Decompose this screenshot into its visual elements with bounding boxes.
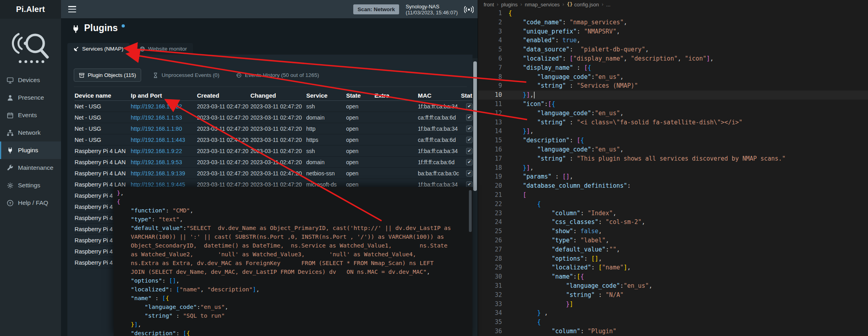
code-editor: front›plugins›nmap_services›{}config.jso… xyxy=(478,0,868,336)
ip-port-link[interactable]: http://192.168.1.1:53 xyxy=(131,114,182,121)
line-number: 36 xyxy=(478,327,502,336)
editor-code-area[interactable]: 1{2 "code_name": "nmap_services",3 "uniq… xyxy=(478,9,868,336)
code-line: 36 "column": "Plugin" xyxy=(478,327,868,336)
code-line: 12 "language_code":"en_us", xyxy=(478,109,868,118)
column-header[interactable]: Ip and Port xyxy=(131,92,197,99)
status-checkbox[interactable]: ✔ xyxy=(466,170,472,177)
line-number: 4 xyxy=(478,36,502,45)
code-line: VARCHAR(100)) || ':' || cast( SUBSTR(ns.… xyxy=(117,232,468,241)
code-line: "default_value":"SELECT dv.dev_Name as O… xyxy=(117,224,468,232)
sidebar-item-presence[interactable]: Presence xyxy=(0,89,61,106)
host-name: Synology-NAS xyxy=(405,4,458,10)
service-cell: http xyxy=(306,126,346,132)
menu-toggle-icon[interactable] xyxy=(68,6,76,12)
line-number: 12 xyxy=(478,109,502,118)
line-number: 25 xyxy=(478,227,502,236)
code-line: 34 } , xyxy=(478,308,868,318)
column-header[interactable]: Extra xyxy=(374,92,418,99)
status-checkbox[interactable]: ✔ xyxy=(466,103,472,110)
sidebar-item-devices[interactable]: Devices xyxy=(0,71,61,89)
column-header[interactable]: State xyxy=(346,92,374,99)
code-line: 7 "display_name" : [{ xyxy=(478,63,868,73)
line-number: 30 xyxy=(478,272,502,281)
table-row: Net - USGhttp://192.168.1.1:532023-03-11… xyxy=(75,112,472,123)
subtab-unprocessed-events-0[interactable]: Unprocessed Events (0) xyxy=(148,69,224,82)
main-content: Plugins Services (NMAP)Website monitor P… xyxy=(61,19,478,336)
status-checkbox[interactable]: ✔ xyxy=(466,148,472,154)
ip-port-link[interactable]: http://192.168.1.1:80 xyxy=(131,126,182,132)
table-row: Net - USGhttp://192.168.1.1:802023-03-11… xyxy=(75,123,472,134)
status-checkbox[interactable]: ✔ xyxy=(466,137,472,143)
vertical-scrollbar-track[interactable] xyxy=(472,58,478,336)
subtab-events-history-50-out-of-1265[interactable]: Events History (50 out of 1265) xyxy=(231,69,324,82)
code-line: 28 "options": [], xyxy=(478,254,868,263)
subtab-plugin-objects-115[interactable]: Plugin Objects (115) xyxy=(74,69,141,82)
code-line: 5 "data_source": "pialert-db-query", xyxy=(478,45,868,54)
sidebar-item-label: Events xyxy=(18,112,37,119)
mac-cell: 1f:ba:ff:ca:ba:34 xyxy=(418,103,461,110)
code-line: 17 "string" : "This plugin shows all ser… xyxy=(478,154,868,163)
code-line: 23 "column": "Index", xyxy=(478,209,868,218)
sidebar-item-help-faq[interactable]: ?Help / FAQ xyxy=(0,194,61,212)
breadcrumb-item[interactable]: front xyxy=(484,2,494,8)
pialert-app: Pi.Alert Scan: Network Synology-NAS (11/… xyxy=(0,0,478,336)
title-badge-dot xyxy=(122,24,125,28)
column-header[interactable]: Device name xyxy=(75,92,131,99)
device-name-cell: Net - USG xyxy=(75,137,131,143)
status-checkbox[interactable]: ✔ xyxy=(466,114,472,121)
sidebar-item-maintenance[interactable]: Maintenance xyxy=(0,159,61,177)
line-number: 17 xyxy=(478,154,502,163)
column-header[interactable]: Service xyxy=(306,92,346,99)
ip-port-link[interactable]: http://192.168.1.1:22 xyxy=(131,103,182,110)
changed-cell: 2023-03-11 02:47:20 xyxy=(250,126,306,132)
line-number: 34 xyxy=(478,308,502,318)
line-number: 23 xyxy=(478,209,502,218)
sidebar-item-settings[interactable]: Settings xyxy=(0,177,61,194)
created-cell: 2023-03-11 02:47:20 xyxy=(197,137,250,143)
ip-port-link[interactable]: http://192.168.1.1:443 xyxy=(131,137,185,143)
sidebar-item-label: Maintenance xyxy=(18,164,53,171)
status-checkbox[interactable]: ✔ xyxy=(466,159,472,165)
ip-port-link[interactable]: http://192.168.1.9:22 xyxy=(131,148,182,154)
column-header[interactable]: Changed xyxy=(250,92,306,99)
code-line: 29 "localized": ["name"], xyxy=(478,263,868,272)
sidebar-item-events[interactable]: Events xyxy=(0,106,61,124)
column-header[interactable]: Created xyxy=(197,92,250,99)
table-row: Raspberry Pi 4 LANhttp://192.168.1.9:139… xyxy=(75,168,472,179)
breadcrumb-item[interactable]: plugins xyxy=(501,2,518,8)
svg-text:?: ? xyxy=(9,200,12,205)
satellite-dish-icon xyxy=(73,46,79,52)
code-line: JOIN (SELECT dev_Name, dev_MAC, dev_Last… xyxy=(117,267,468,276)
brand-logo[interactable]: Pi.Alert xyxy=(0,0,61,19)
state-cell: open xyxy=(346,159,374,165)
column-header[interactable]: MAC xyxy=(418,92,461,99)
broadcast-icon[interactable] xyxy=(464,5,474,14)
ip-port-link[interactable]: http://192.168.1.9:139 xyxy=(131,170,185,177)
help-icon: ? xyxy=(7,200,14,206)
breadcrumb-item[interactable]: {}config.json xyxy=(567,2,599,8)
line-number: 7 xyxy=(478,63,502,73)
breadcrumb-item[interactable]: nmap_services xyxy=(525,2,559,8)
breadcrumb-item[interactable]: ... xyxy=(606,2,610,8)
overlay-scrollbar-thumb[interactable] xyxy=(469,190,472,232)
breadcrumb-label: config.json xyxy=(574,2,599,8)
tab-services-nmap[interactable]: Services (NMAP) xyxy=(67,43,130,55)
line-number: 11 xyxy=(478,100,502,109)
changed-cell: 2023-03-11 02:47:20 xyxy=(250,137,306,143)
code-line: 6 "localized": ["display_name", "descrip… xyxy=(478,54,868,63)
status-checkbox[interactable]: ✔ xyxy=(466,126,472,132)
column-header[interactable]: Stat xyxy=(461,92,472,99)
sidebar-item-network[interactable]: Network xyxy=(0,124,61,141)
line-number: 18 xyxy=(478,163,502,173)
mac-cell: 1f:ba:ff:ca:ba:34 xyxy=(418,126,461,132)
sidebar-item-label: Network xyxy=(18,129,41,136)
mac-cell: 1f:ba:ff:ca:ba:34 xyxy=(418,148,461,154)
code-line: 18 }], xyxy=(478,163,868,173)
code-line: "name" : [{ xyxy=(117,294,468,303)
ip-port-link[interactable]: http://192.168.1.9:53 xyxy=(131,159,182,165)
vertical-scrollbar-thumb[interactable] xyxy=(473,61,477,191)
sidebar-item-plugins[interactable]: Plugins xyxy=(0,141,61,159)
page-title: Plugins xyxy=(84,23,118,33)
line-number: 27 xyxy=(478,245,502,254)
tab-website-monitor[interactable]: Website monitor xyxy=(134,43,193,55)
